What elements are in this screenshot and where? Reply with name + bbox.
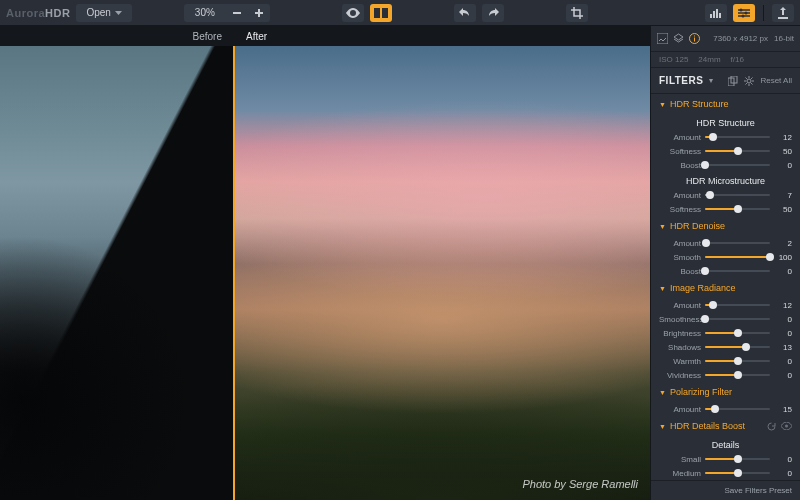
after-image (234, 46, 650, 500)
filters-panel-button[interactable] (733, 4, 755, 22)
slider-row: Amount12 (651, 298, 800, 312)
filters-header: FILTERS ▾ Reset All (651, 68, 800, 94)
slider-value: 13 (774, 343, 792, 352)
right-panel: 7360 x 4912 px 16-bit ISO 125 24mm f/16 … (650, 26, 800, 500)
section-header-details[interactable]: ▼ HDR Details Boost (651, 416, 800, 436)
slider-label: Softness (659, 147, 701, 156)
slider-row: Medium0 (651, 466, 800, 480)
plus-icon (254, 8, 264, 18)
section-title: Polarizing Filter (670, 387, 732, 397)
slider-control[interactable] (705, 328, 770, 338)
gear-icon[interactable] (744, 76, 754, 86)
compare-icon (374, 8, 388, 18)
svg-point-18 (747, 79, 751, 83)
slider-row: Boost0 (651, 158, 800, 172)
slider-control[interactable] (705, 404, 770, 414)
save-preset-button[interactable]: Save Filters Preset (651, 480, 800, 500)
slider-row: Smoothness0 (651, 312, 800, 326)
section-header-radiance[interactable]: ▼ Image Radiance (651, 278, 800, 298)
eye-icon[interactable] (781, 422, 792, 431)
svg-rect-5 (710, 14, 712, 18)
export-button[interactable] (772, 4, 794, 22)
slider-control[interactable] (705, 342, 770, 352)
svg-rect-7 (716, 9, 718, 18)
subhead-details: Details (651, 436, 800, 452)
subhead-structure: HDR Structure (651, 114, 800, 130)
brand-prefix: Aurora (6, 7, 45, 19)
slider-control[interactable] (705, 190, 770, 200)
reset-all-button[interactable]: Reset All (760, 76, 792, 85)
collapse-arrow-icon: ▼ (659, 389, 665, 396)
slider-control[interactable] (705, 146, 770, 156)
preview-eye-button[interactable] (342, 4, 364, 22)
slider-label: Amount (659, 405, 701, 414)
svg-rect-12 (657, 33, 668, 44)
exif-focal: 24mm (698, 55, 720, 64)
slider-value: 7 (774, 191, 792, 200)
compare-toggle-button[interactable] (370, 4, 392, 22)
slider-control[interactable] (705, 266, 770, 276)
slider-row: Softness50 (651, 202, 800, 216)
tab-after[interactable]: After (234, 26, 279, 46)
section-header-polarizing[interactable]: ▼ Polarizing Filter (651, 382, 800, 402)
svg-rect-3 (374, 8, 380, 18)
redo-button[interactable] (482, 4, 504, 22)
slider-row: Boost0 (651, 264, 800, 278)
slider-label: Smooth (659, 253, 701, 262)
section-title: HDR Details Boost (670, 421, 745, 431)
slider-value: 0 (774, 315, 792, 324)
slider-rows: Amount7Softness50 (651, 188, 800, 216)
section-header-structure[interactable]: ▼ HDR Structure (651, 94, 800, 114)
svg-rect-6 (713, 11, 715, 18)
undo-button[interactable] (454, 4, 476, 22)
minus-icon (232, 8, 242, 18)
export-icon (778, 7, 788, 19)
slider-label: Vividness (659, 371, 701, 380)
chevron-down-icon[interactable]: ▾ (709, 76, 713, 85)
slider-control[interactable] (705, 132, 770, 142)
slider-control[interactable] (705, 204, 770, 214)
tab-before[interactable]: Before (0, 26, 234, 46)
filters-scroll[interactable]: ▼ HDR Structure HDR Structure Amount12So… (651, 94, 800, 480)
slider-control[interactable] (705, 454, 770, 464)
exif-iso: ISO 125 (659, 55, 688, 64)
section-header-denoise[interactable]: ▼ HDR Denoise (651, 216, 800, 236)
slider-value: 50 (774, 205, 792, 214)
open-button[interactable]: Open (76, 4, 131, 22)
slider-control[interactable] (705, 314, 770, 324)
svg-rect-15 (694, 36, 695, 37)
slider-control[interactable] (705, 238, 770, 248)
slider-value: 0 (774, 267, 792, 276)
layers-icon[interactable] (673, 33, 684, 44)
zoom-value: 30% (195, 7, 215, 18)
slider-row: Vividness0 (651, 368, 800, 382)
slider-control[interactable] (705, 252, 770, 262)
histogram-button[interactable] (705, 4, 727, 22)
slider-row: Smooth100 (651, 250, 800, 264)
zoom-out-button[interactable] (226, 4, 248, 22)
crop-icon (571, 7, 583, 19)
slider-label: Boost (659, 267, 701, 276)
crop-button[interactable] (566, 4, 588, 22)
copy-filters-icon[interactable] (728, 76, 738, 86)
exif-bar: ISO 125 24mm f/16 (651, 52, 800, 68)
compare-divider-handle[interactable] (233, 46, 235, 500)
meta-bar: 7360 x 4912 px 16-bit (651, 26, 800, 52)
slider-control[interactable] (705, 468, 770, 478)
info-icon[interactable] (689, 33, 700, 44)
slider-control[interactable] (705, 160, 770, 170)
slider-control[interactable] (705, 370, 770, 380)
slider-control[interactable] (705, 356, 770, 366)
image-compare-viewport[interactable]: Photo by Serge Ramelli (0, 46, 650, 500)
reset-section-icon[interactable] (767, 422, 776, 431)
slider-label: Amount (659, 239, 701, 248)
main-area: Before After Photo by Serge Ramelli 7360… (0, 26, 800, 500)
zoom-in-button[interactable] (248, 4, 270, 22)
image-dimensions: 7360 x 4912 px (713, 34, 768, 43)
slider-control[interactable] (705, 300, 770, 310)
top-toolbar: AuroraHDR Open 30% (0, 0, 800, 26)
zoom-level-button[interactable]: 30% (184, 4, 226, 22)
svg-rect-0 (233, 12, 241, 14)
slider-label: Amount (659, 301, 701, 310)
image-info-icon[interactable] (657, 33, 668, 44)
